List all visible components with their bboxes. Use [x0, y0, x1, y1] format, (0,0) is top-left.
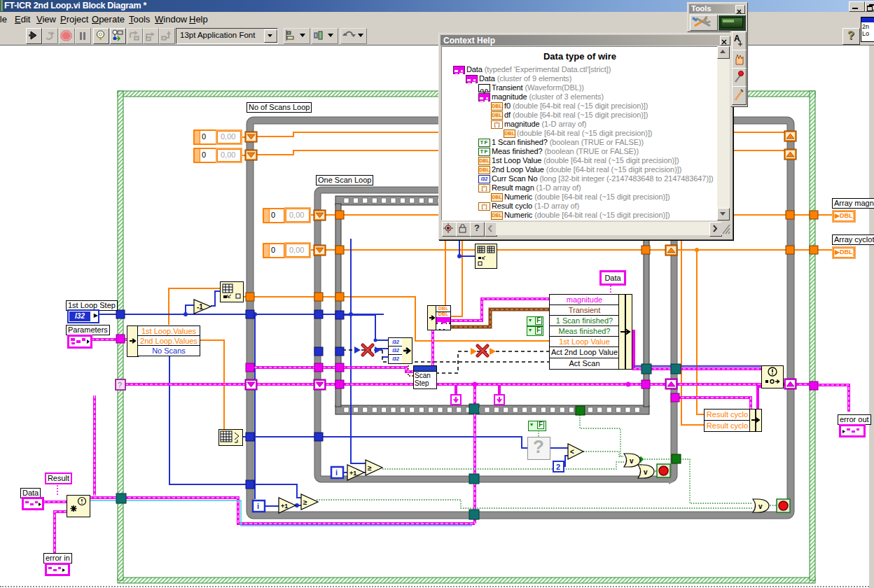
- svg-text:i: i: [335, 468, 338, 477]
- svg-text:≥: ≥: [303, 498, 307, 506]
- svg-text:v: v: [630, 457, 634, 465]
- svg-text:+1: +1: [349, 470, 356, 477]
- svg-text:≥: ≥: [368, 464, 372, 472]
- svg-text:2: 2: [556, 463, 560, 471]
- svg-text:<: <: [570, 448, 574, 456]
- svg-text:+1: +1: [281, 503, 288, 510]
- svg-text:v: v: [644, 468, 648, 476]
- svg-text:v: v: [758, 503, 763, 510]
- svg-text:-1: -1: [197, 303, 203, 311]
- svg-text:A: A: [734, 34, 740, 43]
- svg-text:i: i: [257, 502, 259, 510]
- svg-text:?: ?: [118, 381, 122, 389]
